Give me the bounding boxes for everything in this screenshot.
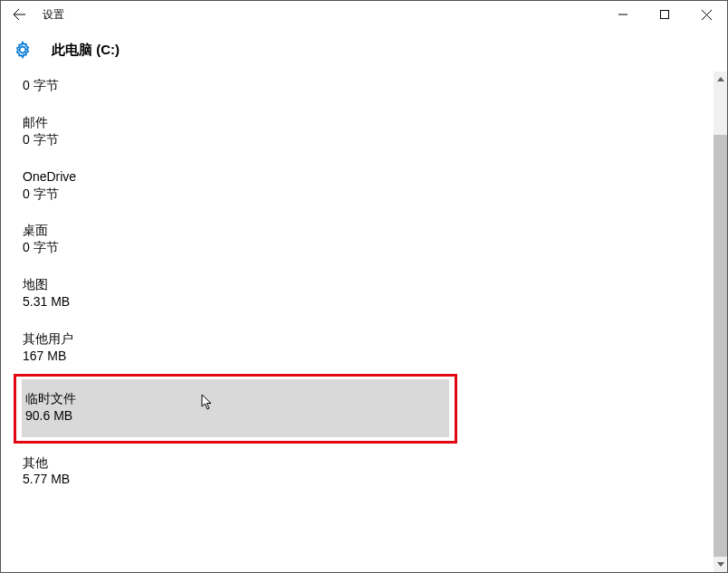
page-title: 此电脑 (C:) xyxy=(52,42,120,59)
gear-icon xyxy=(14,41,32,59)
item-label: 临时文件 xyxy=(25,390,449,407)
storage-item[interactable]: 地图 5.31 MB xyxy=(23,265,430,320)
item-size: 90.6 MB xyxy=(25,407,449,425)
scroll-down-button[interactable] xyxy=(714,557,727,571)
content-area: 0 字节 邮件 0 字节 OneDrive 0 字节 桌面 0 字节 地图 5.… xyxy=(1,72,727,572)
item-label: 其他用户 xyxy=(23,330,430,348)
storage-item[interactable]: 其他用户 167 MB xyxy=(23,320,430,374)
svg-rect-1 xyxy=(661,11,669,19)
maximize-button[interactable] xyxy=(644,1,685,28)
item-label: 邮件 xyxy=(23,114,430,131)
item-size: 0 字节 xyxy=(23,131,430,148)
minimize-icon xyxy=(618,10,627,19)
close-icon xyxy=(702,10,712,20)
storage-item[interactable]: 其他 5.77 MB xyxy=(23,444,430,498)
item-label: 桌面 xyxy=(23,222,430,239)
titlebar: 设置 xyxy=(1,1,727,28)
minimize-button[interactable] xyxy=(602,1,644,28)
storage-item[interactable]: 桌面 0 字节 xyxy=(23,211,430,265)
item-label: 地图 xyxy=(23,276,430,293)
item-size: 0 字节 xyxy=(23,239,430,256)
arrow-left-icon xyxy=(12,7,26,22)
storage-item[interactable]: 邮件 0 字节 xyxy=(23,103,430,158)
back-button[interactable] xyxy=(1,1,37,28)
page-header: 此电脑 (C:) xyxy=(1,28,727,72)
item-size: 0 字节 xyxy=(23,77,430,94)
scrollbar-thumb[interactable] xyxy=(714,135,727,569)
item-size: 0 字节 xyxy=(23,186,430,203)
storage-item[interactable]: OneDrive 0 字节 xyxy=(23,158,430,212)
close-button[interactable] xyxy=(685,1,727,28)
highlighted-annotation: 临时文件 90.6 MB xyxy=(14,374,457,444)
item-size: 5.77 MB xyxy=(23,471,430,488)
window-controls xyxy=(602,1,727,28)
chevron-down-icon xyxy=(717,562,724,567)
window-title: 设置 xyxy=(43,7,64,23)
storage-item[interactable]: 0 字节 xyxy=(23,77,430,103)
scroll-up-button[interactable] xyxy=(714,72,727,86)
item-size: 167 MB xyxy=(23,348,430,365)
item-label: OneDrive xyxy=(23,168,430,186)
item-label: 其他 xyxy=(23,454,430,472)
item-size: 5.31 MB xyxy=(23,293,430,310)
maximize-icon xyxy=(660,10,669,19)
storage-item-selected[interactable]: 临时文件 90.6 MB xyxy=(22,379,449,437)
titlebar-left: 设置 xyxy=(1,1,602,28)
chevron-up-icon xyxy=(717,77,724,81)
